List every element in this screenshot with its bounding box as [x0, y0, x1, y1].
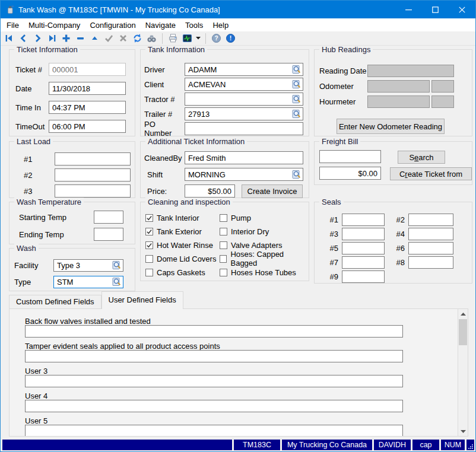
seal-3-input[interactable] [342, 228, 385, 240]
checkbox-hoses-capped-bagged[interactable]: Hoses: Capped Bagged [220, 254, 309, 263]
seal-9-input[interactable] [342, 270, 385, 283]
cancel-button[interactable] [117, 33, 129, 44]
find-binoculars-button[interactable] [145, 33, 158, 44]
about-info-button[interactable]: ! [224, 33, 237, 44]
user-field-2-input[interactable] [25, 350, 403, 362]
monitor-dropdown-arrow[interactable] [195, 33, 201, 44]
menu-item-tools[interactable]: Tools [180, 20, 208, 31]
create-ticket-from-button[interactable]: Create Ticket from [390, 167, 472, 180]
form-area: Ticket Information Ticket # Date Time In… [1, 46, 475, 438]
save-button[interactable] [103, 33, 115, 44]
checkbox-hoses-hose-tubes[interactable]: Hoses Hose Tubes [220, 268, 296, 277]
price-input[interactable] [185, 184, 235, 198]
group-freight-bill: Freight Bill Search Create Ticket from [314, 141, 472, 185]
help-button[interactable]: ? [210, 33, 223, 44]
group-last-load: Last Load #1 #2 #3 [9, 141, 135, 198]
tractor-input[interactable] [185, 93, 303, 106]
time-in-label: Time In [15, 103, 49, 112]
checkbox-valve-adapters[interactable]: Valve Adapters [220, 240, 282, 250]
driver-lookup-icon[interactable] [292, 65, 302, 74]
hourmeter-field [367, 96, 430, 108]
seal-1-input[interactable] [342, 214, 385, 226]
minimize-button[interactable] [395, 1, 422, 18]
group-hub-readings: Hub Readings Reading Date Odometer Hourm… [314, 49, 472, 136]
delete-record-button[interactable] [74, 33, 87, 44]
user-field-1-input[interactable] [25, 325, 403, 338]
close-button[interactable] [449, 1, 475, 18]
group-title: Seals [319, 198, 344, 206]
checkbox-dome-lid-covers[interactable]: Dome Lid Covers [145, 254, 216, 263]
seal-5-input[interactable] [342, 242, 385, 254]
checkbox-pump[interactable]: Pump [220, 213, 251, 222]
user-field-3-input[interactable] [25, 375, 403, 387]
seal-6-input[interactable] [408, 242, 453, 254]
refresh-button[interactable] [131, 33, 144, 44]
time-in-input[interactable] [49, 101, 126, 114]
tab-user-defined-fields[interactable]: User Defined Fields [101, 291, 183, 309]
search-button[interactable]: Search [398, 151, 445, 164]
tractor-lookup-icon[interactable] [292, 94, 302, 104]
tab-custom-defined-fields[interactable]: Custom Defined Fields [9, 295, 101, 308]
cleaned-by-input[interactable] [185, 151, 303, 164]
checkbox-hot-water-rinse[interactable]: Hot Water Rinse [145, 240, 213, 250]
group-cleaning-inspection: Cleaning and inspection Tank Interior Ta… [140, 202, 309, 281]
checkbox-tank-interior[interactable]: Tank Interior [145, 213, 199, 222]
facility-lookup-icon[interactable] [112, 260, 122, 270]
time-out-input[interactable] [49, 120, 126, 133]
reading-date-label: Reading Date [319, 66, 367, 75]
po-number-input[interactable] [185, 122, 303, 135]
check-icon [146, 242, 153, 249]
checkbox-caps-gaskets[interactable]: Caps Gaskets [145, 268, 205, 277]
ticket-number-input[interactable] [49, 63, 126, 76]
last-load-1-input[interactable] [55, 152, 131, 165]
menu-item-multi-company[interactable]: Multi-Company [24, 20, 85, 31]
checkbox-tank-exterior[interactable]: Tank Exterior [145, 227, 202, 236]
last-load-3-input[interactable] [55, 184, 131, 198]
add-record-button[interactable] [60, 33, 72, 44]
previous-record-button[interactable] [17, 33, 30, 44]
print-button[interactable] [167, 33, 179, 44]
seal-7-input[interactable] [342, 256, 385, 269]
last-record-button[interactable] [46, 33, 58, 44]
menu-item-configuration[interactable]: Configuration [85, 20, 140, 31]
maximize-button[interactable] [422, 1, 449, 18]
collapse-up-button[interactable] [88, 33, 101, 44]
seal-8-input[interactable] [408, 256, 453, 269]
vertical-scrollbar[interactable] [458, 309, 468, 436]
next-record-button[interactable] [31, 33, 44, 44]
shift-input[interactable] [185, 168, 303, 181]
scrollbar-thumb[interactable] [459, 319, 467, 345]
create-invoice-button[interactable]: Create Invoice [242, 184, 303, 198]
ending-temp-input[interactable] [94, 228, 123, 241]
shift-lookup-icon[interactable] [292, 170, 302, 179]
driver-input[interactable] [185, 63, 303, 76]
scroll-up-button[interactable] [458, 309, 468, 319]
freight-bill-amount-input[interactable] [319, 167, 381, 180]
client-lookup-icon[interactable] [292, 79, 302, 89]
trailer-lookup-icon[interactable] [292, 109, 302, 119]
user-field-5-input[interactable] [25, 425, 403, 437]
last-load-2-input[interactable] [55, 168, 131, 182]
scroll-down-button[interactable] [458, 426, 468, 436]
seal-4-input[interactable] [408, 228, 453, 240]
monitor-button[interactable] [181, 33, 193, 44]
group-wash-temperature: Wash Temperature Starting Temp Ending Te… [9, 202, 135, 244]
date-input[interactable] [49, 82, 126, 95]
client-input[interactable] [185, 78, 303, 91]
seal-2-input[interactable] [408, 214, 453, 226]
first-record-button[interactable] [3, 33, 15, 44]
user-defined-fields-panel: Back flow valves installed and tested Ta… [9, 308, 468, 437]
user-field-4-input[interactable] [25, 400, 403, 412]
ending-temp-label: Ending Temp [19, 230, 94, 239]
menu-item-navigate[interactable]: Navigate [141, 20, 180, 31]
menu-item-help[interactable]: Help [208, 20, 233, 31]
trailer-input[interactable] [185, 107, 303, 120]
title-bar: Tank Wash @ TM183C [TMWIN - My Trucking … [1, 1, 475, 18]
freight-bill-number-input[interactable] [319, 150, 381, 163]
starting-temp-input[interactable] [94, 211, 123, 224]
wash-type-lookup-icon[interactable] [112, 277, 122, 287]
enter-new-odometer-reading-button[interactable]: Enter New Odometer Reading [337, 119, 445, 134]
menu-item-file[interactable]: File [2, 20, 24, 31]
resize-grip[interactable] [467, 440, 474, 450]
checkbox-interior-dry[interactable]: Interior Dry [220, 227, 269, 236]
